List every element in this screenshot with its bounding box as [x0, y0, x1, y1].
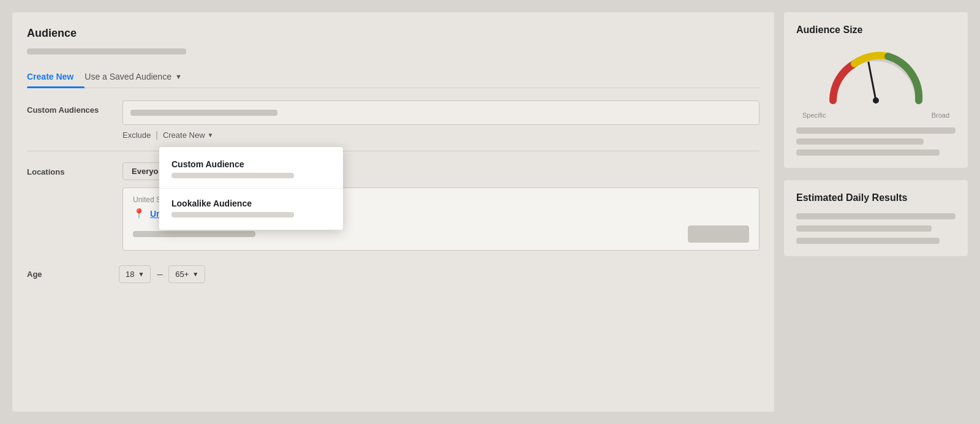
audience-size-title: Audience Size	[796, 25, 956, 36]
svg-point-1	[873, 97, 879, 104]
custom-audiences-row: Custom Audiences Exclude | Create New ▼ …	[27, 100, 760, 140]
locations-row: Locations Everyo ▼ United S 📍 United Sta…	[27, 162, 760, 256]
estimated-title: Estimated Daily Results	[796, 192, 956, 203]
location-footer-skeleton	[133, 231, 255, 237]
broad-label: Broad	[932, 112, 949, 119]
dropdown-divider	[159, 188, 343, 189]
est-skeletons	[796, 213, 956, 244]
lookalike-audience-desc-skeleton	[172, 212, 294, 218]
panel-title: Audience	[27, 27, 760, 40]
gauge-skeletons	[796, 127, 956, 156]
main-panel: Audience Create New Use a Saved Audience…	[12, 12, 774, 412]
gauge-skeleton-2	[796, 138, 924, 145]
tabs-container: Create New Use a Saved Audience ▼	[27, 66, 760, 88]
age-separator: –	[157, 269, 162, 280]
chevron-down-icon-age-min: ▼	[138, 271, 144, 278]
dropdown-item-lookalike[interactable]: Lookalike Audience	[159, 191, 343, 225]
audience-size-section: Audience Size Specific Broad	[784, 12, 968, 168]
right-panel: Audience Size Specific Broad	[784, 12, 968, 412]
custom-audiences-label: Custom Audiences	[27, 100, 113, 115]
est-skeleton-1	[796, 213, 956, 219]
age-min-select[interactable]: 18 ▼	[119, 265, 151, 283]
exclude-link[interactable]: Exclude	[123, 131, 151, 140]
pipe-divider: |	[156, 130, 158, 140]
est-skeleton-2	[796, 225, 932, 232]
sub-actions: Exclude | Create New ▼ Custom Audience L…	[123, 130, 760, 140]
dropdown-arrow-icon: ▼	[208, 132, 214, 138]
chevron-down-icon: ▼	[175, 73, 182, 80]
gauge-svg	[821, 45, 931, 107]
top-skeleton-bar	[27, 48, 186, 55]
tab-use-saved[interactable]: Use a Saved Audience ▼	[85, 66, 193, 88]
create-new-button[interactable]: Create New ▼	[163, 131, 214, 140]
specific-label: Specific	[802, 112, 826, 119]
locations-label: Locations	[27, 162, 113, 176]
input-skeleton	[130, 110, 277, 116]
section-divider	[27, 151, 760, 151]
gauge-skeleton-3	[796, 150, 940, 156]
location-pin-icon: 📍	[133, 208, 145, 219]
age-row: Age 18 ▼ – 65+ ▼	[27, 265, 760, 283]
create-new-dropdown: Custom Audience Lookalike Audience	[159, 147, 343, 230]
est-skeleton-3	[796, 238, 940, 244]
estimated-section: Estimated Daily Results	[784, 180, 968, 256]
tab-create-new[interactable]: Create New	[27, 66, 85, 88]
location-btn-skeleton	[688, 225, 749, 243]
age-max-select[interactable]: 65+ ▼	[168, 265, 205, 283]
chevron-down-icon-age-max: ▼	[192, 271, 198, 278]
svg-line-0	[869, 62, 876, 100]
custom-audiences-input[interactable]	[123, 100, 760, 125]
custom-audience-desc-skeleton	[172, 173, 294, 178]
custom-audiences-content: Exclude | Create New ▼ Custom Audience L…	[123, 100, 760, 140]
gauge-skeleton-1	[796, 127, 956, 134]
gauge-labels: Specific Broad	[796, 112, 956, 119]
dropdown-item-custom-audience[interactable]: Custom Audience	[159, 152, 343, 186]
custom-audience-label: Custom Audience	[172, 159, 331, 169]
age-label: Age	[27, 270, 113, 279]
gauge-container	[796, 45, 956, 107]
lookalike-audience-label: Lookalike Audience	[172, 199, 331, 208]
